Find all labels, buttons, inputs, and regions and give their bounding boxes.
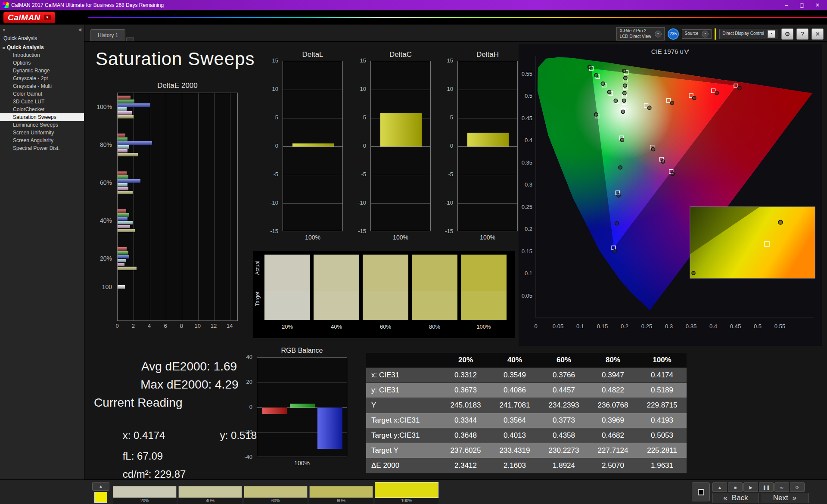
source-label: Source: [685, 31, 699, 37]
sidebar-item-screen-uniformity[interactable]: Screen Uniformity: [0, 129, 84, 137]
content: History 1 X-Rite i1Pro 2 LCD Direct View…: [84, 25, 827, 479]
calman-menu-button[interactable]: ▼: [44, 15, 51, 20]
calman-logo[interactable]: CalMAN ▼: [3, 12, 55, 23]
deltae-gridline: [230, 93, 230, 320]
results-cell: 0.4358: [539, 431, 588, 440]
deltae-group-label: 100: [102, 283, 112, 290]
loop-button[interactable]: ∞: [774, 482, 789, 492]
meter-selector[interactable]: X-Rite i1Pro 2 LCD Direct View ▼: [616, 27, 664, 40]
refresh-icon: ⟳: [796, 485, 799, 490]
tab-stub[interactable]: [126, 37, 134, 41]
deltac-plot: [370, 61, 431, 231]
swatch-row: 20%40%60%80%100%: [264, 255, 507, 330]
results-row-label: Target Y: [366, 446, 441, 455]
deltac-y-tick: 5: [363, 114, 366, 121]
cie-tick-label: 0.4: [525, 137, 532, 143]
tab-history-1[interactable]: History 1: [90, 29, 125, 41]
results-header-cell: 80%: [588, 356, 637, 364]
page-title: Saturation Sweeps: [96, 49, 255, 69]
deltac-gridline: [371, 175, 430, 175]
swatch-label-100: 100%: [461, 324, 507, 330]
results-cell: 241.7081: [490, 401, 539, 410]
up-arrow-button[interactable]: ▲: [712, 482, 727, 492]
deltae-bar-20-blue: [118, 255, 129, 258]
results-cell: 2.3412: [441, 461, 490, 470]
results-row-target-x-cie31: Target x:CIE310.33440.35640.37730.39690.…: [366, 413, 687, 428]
sidebar-item-dynamic-range[interactable]: Dynamic Range: [0, 67, 84, 75]
deltae-group-label: 40%: [100, 217, 112, 224]
sidebar-item-luminance-sweeps[interactable]: Luminance Sweeps: [0, 121, 84, 129]
results-header-cell: 40%: [490, 356, 539, 364]
deltal-chart: DeltaL 151050-5-10-15 100%: [265, 50, 343, 244]
rgb-y-tick: 20: [246, 379, 252, 385]
play-button[interactable]: ▶: [743, 482, 758, 492]
stop-button[interactable]: ■: [728, 482, 743, 492]
pattern-button-label: 100%: [375, 498, 438, 504]
rainbow-strip: [88, 17, 827, 18]
deltae-bar-60-red: [118, 171, 127, 175]
pattern-button-100[interactable]: 100%: [375, 482, 438, 504]
sidebar-item-grayscale-multi[interactable]: Grayscale - Multi: [0, 82, 84, 90]
pattern-button-20[interactable]: 20%: [113, 486, 177, 504]
sidebar-item-color-gamut[interactable]: Color Gamut: [0, 90, 84, 98]
pattern-button-80[interactable]: 80%: [309, 486, 373, 504]
pattern-window-button[interactable]: [692, 482, 710, 501]
maximize-button[interactable]: ▢: [794, 0, 810, 10]
results-row-y: Y245.0183241.7081234.2393236.0768229.871…: [366, 398, 687, 413]
next-button[interactable]: Next »: [761, 493, 809, 503]
sidebar-item-saturation-sweeps[interactable]: Saturation Sweeps: [0, 113, 84, 121]
pause-button[interactable]: ❚❚: [759, 482, 774, 492]
deltal-y-tick: 15: [272, 57, 278, 64]
swatch-60: 60%: [363, 255, 408, 330]
deltah-bar: [467, 133, 509, 146]
cie-panel: CIE 1976 u'v': [519, 44, 822, 346]
max-de2000-value: 4.29: [215, 378, 239, 391]
deltac-gridline: [371, 203, 430, 204]
results-row-label: y: CIE31: [366, 386, 441, 395]
cie-tick-label: 0.1: [576, 323, 584, 330]
cie-title: CIE 1976 u'v': [519, 44, 822, 55]
sidebar-item-3d-cube-lut[interactable]: 3D Cube LUT: [0, 98, 84, 106]
sidebar-root-quick-analysis[interactable]: Quick Analysis: [0, 44, 84, 51]
sidebar-item-colorchecker[interactable]: ColorChecker: [0, 106, 84, 113]
pattern-swatch-80: [309, 486, 373, 498]
cie-tick-label: 0: [534, 323, 537, 330]
deltae-gridline: [182, 93, 182, 320]
pattern-swatch-40: [178, 486, 242, 498]
pattern-collapse-button[interactable]: ▲: [92, 482, 109, 491]
swatch-label-40: 40%: [314, 324, 359, 330]
minimize-button[interactable]: –: [779, 0, 794, 10]
sidebar-item-spectral-power-dist[interactable]: Spectral Power Dist.: [0, 144, 84, 152]
meter-dropdown-icon[interactable]: ▼: [655, 31, 662, 37]
back-button[interactable]: « Back: [712, 493, 759, 503]
results-cell: 0.4193: [637, 416, 687, 425]
deltae-group-label: 60%: [100, 179, 112, 186]
display-control-dropdown-icon[interactable]: ▼: [768, 30, 775, 38]
swatch-actual-label: Actual: [255, 261, 261, 275]
source-selector[interactable]: Source ▼: [682, 29, 712, 39]
sidebar: ● ◀ Quick Analysis Quick Analysis Introd…: [0, 25, 84, 479]
deltal-title: DeltaL: [283, 50, 343, 60]
pattern-button-60[interactable]: 60%: [244, 486, 308, 504]
display-control-selector[interactable]: Direct Display Control ▼: [719, 29, 778, 39]
deltah-gridline: [458, 146, 517, 147]
refresh-button[interactable]: ⟳: [790, 482, 805, 492]
settings-button[interactable]: ⚙: [781, 28, 793, 40]
sidebar-collapse-icon[interactable]: ◀: [78, 27, 81, 32]
results-header-cell: 100%: [637, 356, 687, 364]
sidebar-item-options[interactable]: Options: [0, 59, 84, 67]
sidebar-item-grayscale-2pt[interactable]: Grayscale - 2pt: [0, 75, 84, 82]
deltae-bar-80-yellow: [118, 153, 138, 156]
source-dropdown-icon[interactable]: ▼: [702, 31, 709, 37]
results-cell: 0.3947: [588, 371, 637, 380]
sidebar-item-introduction[interactable]: Introduction: [0, 51, 84, 59]
cie-measured-marker: [588, 65, 591, 68]
current-pattern-chip[interactable]: [94, 492, 107, 503]
help-button[interactable]: ?: [796, 28, 808, 40]
pattern-button-40[interactable]: 40%: [178, 486, 242, 504]
cie-measured-marker: [623, 84, 627, 87]
sidebar-item-screen-angularity[interactable]: Screen Angularity: [0, 137, 84, 144]
results-cell: 0.3564: [490, 416, 539, 425]
close-panel-button[interactable]: ✕: [811, 28, 824, 40]
close-button[interactable]: ✕: [810, 0, 825, 10]
